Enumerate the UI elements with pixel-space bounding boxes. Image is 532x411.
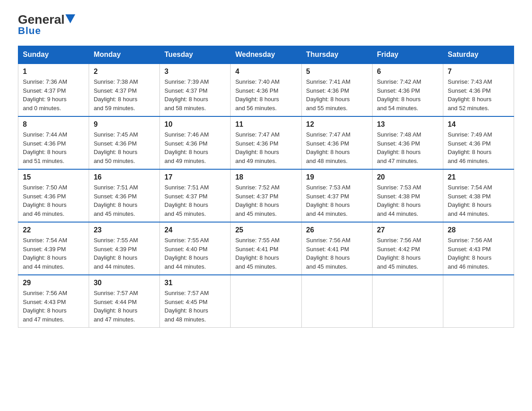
calendar-cell: 27 Sunrise: 7:56 AMSunset: 4:42 PMDaylig… [372,222,443,275]
calendar-cell: 23 Sunrise: 7:55 AMSunset: 4:39 PMDaylig… [89,222,160,275]
day-number: 20 [377,173,438,181]
day-number: 4 [235,68,296,76]
day-info: Sunrise: 7:54 AMSunset: 4:38 PMDaylight:… [448,184,492,217]
calendar-cell: 1 Sunrise: 7:36 AMSunset: 4:37 PMDayligh… [18,64,89,116]
calendar-body: 1 Sunrise: 7:36 AMSunset: 4:37 PMDayligh… [18,64,514,328]
day-info: Sunrise: 7:56 AMSunset: 4:43 PMDaylight:… [448,237,492,270]
calendar-cell [231,275,301,328]
calendar-cell: 13 Sunrise: 7:48 AMSunset: 4:36 PMDaylig… [372,116,443,169]
day-number: 25 [235,226,296,234]
day-info: Sunrise: 7:53 AMSunset: 4:37 PMDaylight:… [306,184,351,217]
day-info: Sunrise: 7:46 AMSunset: 4:36 PMDaylight:… [164,131,209,164]
calendar-table: SundayMondayTuesdayWednesdayThursdayFrid… [18,46,514,328]
calendar-week-2: 8 Sunrise: 7:44 AMSunset: 4:36 PMDayligh… [18,116,514,169]
day-info: Sunrise: 7:55 AMSunset: 4:41 PMDaylight:… [235,237,279,270]
day-number: 14 [448,120,509,128]
calendar-cell: 25 Sunrise: 7:55 AMSunset: 4:41 PMDaylig… [231,222,301,275]
column-header-tuesday: Tuesday [160,46,231,64]
day-number: 5 [306,68,368,76]
day-info: Sunrise: 7:40 AMSunset: 4:36 PMDaylight:… [235,78,279,111]
day-number: 8 [23,120,84,128]
day-info: Sunrise: 7:45 AMSunset: 4:36 PMDaylight:… [94,131,138,164]
day-info: Sunrise: 7:42 AMSunset: 4:36 PMDaylight:… [377,78,421,111]
logo: General Blue [18,13,75,37]
calendar-cell: 28 Sunrise: 7:56 AMSunset: 4:43 PMDaylig… [443,222,514,275]
day-info: Sunrise: 7:41 AMSunset: 4:36 PMDaylight:… [306,78,351,111]
day-number: 13 [377,120,438,128]
day-number: 22 [23,226,84,234]
day-info: Sunrise: 7:57 AMSunset: 4:44 PMDaylight:… [94,290,138,323]
calendar-week-4: 22 Sunrise: 7:54 AMSunset: 4:39 PMDaylig… [18,222,514,275]
day-info: Sunrise: 7:56 AMSunset: 4:43 PMDaylight:… [23,290,67,323]
calendar-cell: 22 Sunrise: 7:54 AMSunset: 4:39 PMDaylig… [18,222,89,275]
day-number: 16 [94,173,155,181]
day-info: Sunrise: 7:51 AMSunset: 4:36 PMDaylight:… [94,184,138,217]
column-header-monday: Monday [89,46,160,64]
calendar-cell: 21 Sunrise: 7:54 AMSunset: 4:38 PMDaylig… [443,169,514,222]
calendar-cell [443,275,514,328]
calendar-cell: 17 Sunrise: 7:51 AMSunset: 4:37 PMDaylig… [160,169,231,222]
day-number: 17 [164,173,226,181]
day-info: Sunrise: 7:36 AMSunset: 4:37 PMDaylight:… [23,78,67,111]
day-number: 18 [235,173,296,181]
day-info: Sunrise: 7:54 AMSunset: 4:39 PMDaylight:… [23,237,67,270]
day-number: 9 [94,120,155,128]
day-number: 31 [164,279,226,287]
column-header-wednesday: Wednesday [231,46,301,64]
day-number: 11 [235,120,296,128]
calendar-cell: 9 Sunrise: 7:45 AMSunset: 4:36 PMDayligh… [89,116,160,169]
logo-general: General [18,13,64,26]
day-number: 6 [377,68,438,76]
day-number: 27 [377,226,438,234]
calendar-cell: 31 Sunrise: 7:57 AMSunset: 4:45 PMDaylig… [160,275,231,328]
calendar-cell: 4 Sunrise: 7:40 AMSunset: 4:36 PMDayligh… [231,64,301,116]
day-number: 19 [306,173,368,181]
calendar-cell: 15 Sunrise: 7:50 AMSunset: 4:36 PMDaylig… [18,169,89,222]
day-number: 2 [94,68,155,76]
day-info: Sunrise: 7:47 AMSunset: 4:36 PMDaylight:… [235,131,279,164]
day-number: 23 [94,226,155,234]
day-info: Sunrise: 7:51 AMSunset: 4:37 PMDaylight:… [164,184,209,217]
day-info: Sunrise: 7:52 AMSunset: 4:37 PMDaylight:… [235,184,279,217]
calendar-cell: 8 Sunrise: 7:44 AMSunset: 4:36 PMDayligh… [18,116,89,169]
calendar-cell: 29 Sunrise: 7:56 AMSunset: 4:43 PMDaylig… [18,275,89,328]
calendar-week-1: 1 Sunrise: 7:36 AMSunset: 4:37 PMDayligh… [18,64,514,116]
day-info: Sunrise: 7:49 AMSunset: 4:36 PMDaylight:… [448,131,492,164]
column-header-sunday: Sunday [18,46,89,64]
day-number: 26 [306,226,368,234]
calendar-header-row: SundayMondayTuesdayWednesdayThursdayFrid… [18,46,514,64]
day-number: 21 [448,173,509,181]
calendar-cell: 20 Sunrise: 7:53 AMSunset: 4:38 PMDaylig… [372,169,443,222]
day-number: 12 [306,120,368,128]
day-number: 28 [448,226,509,234]
day-info: Sunrise: 7:57 AMSunset: 4:45 PMDaylight:… [164,290,209,323]
day-info: Sunrise: 7:55 AMSunset: 4:40 PMDaylight:… [164,237,209,270]
calendar-cell: 16 Sunrise: 7:51 AMSunset: 4:36 PMDaylig… [89,169,160,222]
calendar-cell: 7 Sunrise: 7:43 AMSunset: 4:36 PMDayligh… [443,64,514,116]
day-number: 3 [164,68,226,76]
day-number: 29 [23,279,84,287]
calendar-cell: 19 Sunrise: 7:53 AMSunset: 4:37 PMDaylig… [301,169,372,222]
day-info: Sunrise: 7:53 AMSunset: 4:38 PMDaylight:… [377,184,421,217]
day-info: Sunrise: 7:47 AMSunset: 4:36 PMDaylight:… [306,131,351,164]
calendar-cell: 12 Sunrise: 7:47 AMSunset: 4:36 PMDaylig… [301,116,372,169]
day-number: 7 [448,68,509,76]
day-info: Sunrise: 7:56 AMSunset: 4:41 PMDaylight:… [306,237,351,270]
column-header-thursday: Thursday [301,46,372,64]
day-number: 10 [164,120,226,128]
svg-marker-0 [65,14,75,23]
day-info: Sunrise: 7:38 AMSunset: 4:37 PMDaylight:… [94,78,138,111]
calendar-cell: 2 Sunrise: 7:38 AMSunset: 4:37 PMDayligh… [89,64,160,116]
day-number: 30 [94,279,155,287]
calendar-cell: 5 Sunrise: 7:41 AMSunset: 4:36 PMDayligh… [301,64,372,116]
day-number: 24 [164,226,226,234]
logo-blue: Blue [18,25,41,37]
calendar-cell: 3 Sunrise: 7:39 AMSunset: 4:37 PMDayligh… [160,64,231,116]
day-info: Sunrise: 7:43 AMSunset: 4:36 PMDaylight:… [448,78,492,111]
calendar-cell [372,275,443,328]
day-info: Sunrise: 7:50 AMSunset: 4:36 PMDaylight:… [23,184,67,217]
calendar-cell: 11 Sunrise: 7:47 AMSunset: 4:36 PMDaylig… [231,116,301,169]
calendar-cell: 18 Sunrise: 7:52 AMSunset: 4:37 PMDaylig… [231,169,301,222]
calendar-week-5: 29 Sunrise: 7:56 AMSunset: 4:43 PMDaylig… [18,275,514,328]
calendar-cell [301,275,372,328]
